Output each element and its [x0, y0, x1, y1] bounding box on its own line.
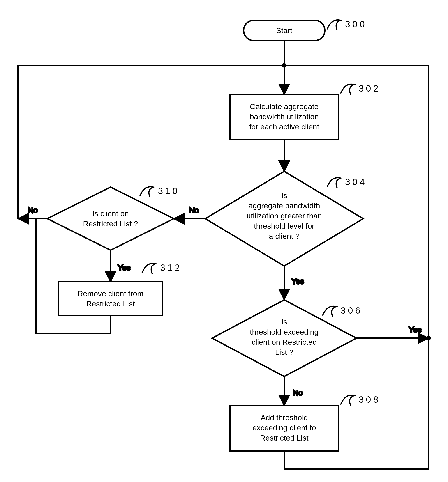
edge-label-no: No [293, 388, 303, 397]
ref-306: 306 [323, 306, 362, 317]
node-310: Is client on Restricted List ? [47, 187, 174, 250]
ref-304: 304 [327, 177, 367, 188]
ref-302: 302 [341, 83, 381, 95]
svg-text:Is: Is [281, 191, 287, 200]
svg-text:List ?: List ? [275, 348, 293, 356]
ref-312: 312 [142, 263, 182, 274]
svg-text:308: 308 [359, 395, 381, 404]
svg-text:312: 312 [160, 263, 182, 273]
svg-text:Restricted List ?: Restricted List ? [83, 219, 138, 228]
node-304: Is aggregate bandwidth utilization great… [205, 171, 363, 266]
edge-label-no: No [28, 206, 37, 214]
svg-text:304: 304 [345, 177, 367, 187]
ref-300: 300 [327, 19, 367, 31]
svg-text:302: 302 [359, 83, 381, 93]
node-308: Add threshold exceeding client to Restri… [230, 406, 338, 451]
ref-308: 308 [341, 395, 381, 406]
svg-text:Restricted List: Restricted List [86, 299, 135, 308]
edge-label-no: No [189, 206, 199, 214]
node-start: Start [244, 20, 325, 40]
svg-text:310: 310 [158, 186, 180, 196]
svg-text:client on Restricted: client on Restricted [252, 338, 317, 346]
node-312: Remove client from Restricted List [59, 282, 162, 316]
svg-text:Is: Is [281, 317, 287, 326]
edge-label-yes: Yes [118, 263, 130, 272]
svg-text:for each active client: for each active client [249, 122, 319, 131]
node-306: Is threshold exceeding client on Restric… [212, 300, 356, 377]
ref-310: 310 [140, 186, 180, 197]
svg-text:a client ?: a client ? [269, 232, 300, 240]
svg-text:threshold exceeding: threshold exceeding [250, 328, 319, 336]
edges: Yes No No Yes Yes No [18, 40, 431, 469]
edge-label-yes: Yes [409, 325, 421, 334]
svg-text:306: 306 [341, 306, 362, 316]
flowchart: Yes No No Yes Yes No Start 300 [0, 0, 448, 482]
svg-text:Calculate aggregate: Calculate aggregate [250, 102, 319, 111]
edge-label-yes: Yes [291, 277, 304, 285]
svg-text:Remove client from: Remove client from [78, 289, 144, 298]
svg-text:exceeding client to: exceeding client to [252, 423, 316, 432]
svg-text:utilization greater than: utilization greater than [247, 212, 322, 220]
svg-rect-39 [59, 282, 162, 316]
start-label: Start [276, 26, 292, 35]
svg-text:300: 300 [345, 19, 367, 29]
svg-text:bandwidth utilization: bandwidth utilization [250, 112, 319, 121]
node-302: Calculate aggregate bandwidth utilizatio… [230, 95, 338, 140]
svg-marker-35 [47, 187, 174, 250]
svg-text:threshold level for: threshold level for [254, 221, 314, 230]
svg-text:aggregate bandwidth: aggregate bandwidth [248, 201, 320, 210]
svg-text:Add threshold: Add threshold [261, 413, 308, 422]
svg-text:Restricted List: Restricted List [260, 434, 309, 442]
svg-text:Is client on: Is client on [92, 209, 129, 218]
